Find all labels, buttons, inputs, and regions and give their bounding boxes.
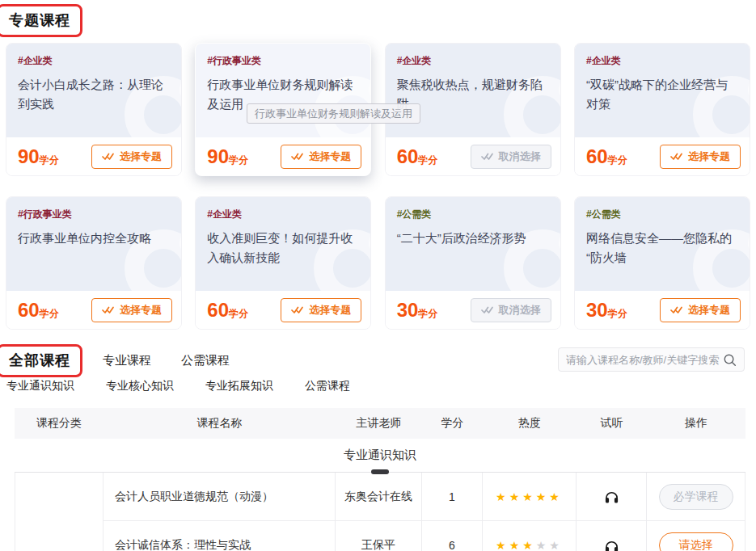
table-body: 会计人员职业道德规范（动漫） 东奥会计在线 1 ★★★★★ 必学课程 会计诚信体… — [15, 473, 745, 551]
teacher-cell: 东奥会计在线 — [336, 473, 422, 521]
course-title: 会计小白成长之路：从理论到实践 — [18, 75, 170, 114]
select-topic-button[interactable]: 选择专题 — [91, 145, 172, 169]
star-empty-icon: ★★ — [536, 539, 563, 551]
topic-card[interactable]: #公需类 “二十大”后政治经济形势 30学分 取消选择 — [385, 196, 561, 330]
all-courses-section-title: 全部课程 — [0, 344, 82, 377]
credits: 90学分 — [18, 145, 59, 168]
course-selection-page: 专题课程 #企业类 会计小白成长之路：从理论到实践 90学分 选择专题 #行政事… — [0, 0, 756, 551]
audition-cell — [577, 473, 647, 521]
category-tag: #企业类 — [397, 54, 549, 68]
category-tag: #行政事业类 — [18, 208, 170, 221]
topic-courses-section-title: 专题课程 — [0, 4, 82, 37]
double-check-icon — [102, 152, 115, 161]
double-check-icon — [481, 305, 494, 314]
double-check-icon — [670, 305, 683, 314]
credits: 30学分 — [397, 299, 438, 322]
header-operation: 操作 — [685, 416, 707, 431]
category-cell — [15, 473, 103, 551]
rating-cell: ★★★★★ — [483, 521, 577, 551]
search-icon[interactable] — [723, 353, 737, 367]
course-title: 行政事业单位内控全攻略 — [18, 229, 170, 248]
search-input[interactable] — [566, 354, 723, 366]
category-tag: #公需类 — [586, 208, 738, 221]
select-topic-button[interactable]: 选择专题 — [281, 298, 361, 322]
topic-card[interactable]: #行政事业类 行政事业单位内控全攻略 60学分 选择专题 — [6, 196, 182, 330]
course-name-cell: 会计人员职业道德规范（动漫） — [103, 473, 336, 521]
header-audition: 试听 — [601, 416, 623, 431]
select-topic-button[interactable]: 选择专题 — [660, 298, 741, 322]
course-type-tabs: 专业课程 公需课程 — [103, 353, 230, 368]
credits: 60学分 — [18, 299, 59, 322]
credits: 60学分 — [397, 145, 438, 168]
topic-card[interactable]: #企业类 会计小白成长之路：从理论到实践 90学分 选择专题 — [6, 43, 182, 176]
section-title-text: 全部课程 — [9, 352, 70, 368]
rating-cell: ★★★★★ — [483, 473, 577, 521]
header-course-name: 课程名称 — [197, 416, 243, 431]
subtab-extended-knowledge[interactable]: 专业拓展知识 — [205, 379, 273, 393]
course-title: “二十大”后政治经济形势 — [397, 229, 549, 248]
category-tag: #行政事业类 — [207, 54, 359, 68]
operation-cell: 必学课程 — [647, 473, 745, 521]
category-tag: #公需类 — [397, 208, 549, 221]
category-tag: #企业类 — [586, 54, 738, 68]
course-table: 课程分类 课程名称 主讲老师 学分 热度 试听 操作 专业通识知识 会计人员职业… — [15, 408, 745, 551]
credits: 60学分 — [207, 299, 248, 322]
headphone-icon[interactable] — [604, 489, 619, 504]
double-check-icon — [670, 152, 683, 161]
card-body: #企业类 会计小白成长之路：从理论到实践 — [6, 44, 181, 137]
knowledge-category-tabs: 专业通识知识 专业核心知识 专业拓展知识 公需课程 — [6, 379, 350, 393]
table-header-row: 课程分类 课程名称 主讲老师 学分 热度 试听 操作 — [15, 408, 745, 439]
star-filled-icon: ★★★★★ — [496, 490, 563, 503]
audition-cell — [577, 521, 647, 551]
select-topic-button[interactable]: 选择专题 — [91, 298, 172, 322]
subtab-core-knowledge[interactable]: 专业核心知识 — [106, 379, 174, 393]
double-check-icon — [102, 305, 115, 314]
category-tag: #企业类 — [18, 54, 170, 68]
operation-cell: 请选择 — [647, 521, 745, 551]
course-name-cell: 会计诚信体系：理性与实战 — [103, 521, 336, 551]
header-teacher: 主讲老师 — [357, 416, 402, 431]
course-title-tooltip: 行政事业单位财务规则解读及运用 — [247, 103, 420, 124]
section-title-text: 专题课程 — [9, 12, 70, 28]
course-title: 网络信息安全——您隐私的“防火墙 — [586, 229, 738, 267]
double-check-icon — [291, 152, 304, 161]
cancel-select-button[interactable]: 取消选择 — [471, 298, 551, 322]
tab-public-courses[interactable]: 公需课程 — [181, 353, 230, 368]
headphone-icon[interactable] — [604, 538, 619, 551]
topic-card[interactable]: #企业类 收入准则巨变！如何提升收入确认新技能 60学分 选择专题 — [195, 196, 371, 330]
credits-cell: 6 — [422, 521, 483, 551]
select-topic-button[interactable]: 选择专题 — [281, 145, 361, 169]
topic-card[interactable]: #企业类 “双碳”战略下的企业经营与对策 60学分 选择专题 — [574, 43, 750, 176]
header-category: 课程分类 — [36, 416, 82, 431]
credits: 90学分 — [207, 145, 248, 168]
course-title: “双碳”战略下的企业经营与对策 — [586, 75, 738, 114]
double-check-icon — [291, 305, 304, 314]
cancel-select-button[interactable]: 取消选择 — [471, 145, 551, 169]
active-group-indicator — [371, 469, 389, 474]
double-check-icon — [481, 152, 494, 161]
topic-card[interactable]: #公需类 网络信息安全——您隐私的“防火墙 30学分 选择专题 — [574, 196, 750, 330]
required-course-button[interactable]: 必学课程 — [659, 484, 733, 510]
table-group-header: 专业通识知识 — [15, 439, 745, 473]
header-popularity: 热度 — [518, 416, 541, 431]
star-filled-icon: ★★★ — [496, 539, 536, 551]
select-topic-button[interactable]: 选择专题 — [660, 145, 741, 169]
subtab-public-courses[interactable]: 公需课程 — [305, 379, 350, 393]
tab-professional-courses[interactable]: 专业课程 — [103, 353, 151, 368]
credits: 60学分 — [586, 145, 627, 168]
subtab-general-knowledge[interactable]: 专业通识知识 — [6, 379, 74, 393]
category-tag: #企业类 — [207, 208, 359, 221]
credits: 30学分 — [586, 299, 627, 322]
search-box[interactable] — [558, 347, 745, 372]
header-credits: 学分 — [441, 416, 464, 431]
course-title: 收入准则巨变！如何提升收入确认新技能 — [207, 229, 359, 267]
teacher-cell: 王保平 — [336, 521, 422, 551]
please-select-button[interactable]: 请选择 — [659, 532, 733, 551]
topic-card-grid: #企业类 会计小白成长之路：从理论到实践 90学分 选择专题 #行政事业类 行政… — [6, 43, 750, 330]
credits-cell: 1 — [422, 473, 483, 521]
